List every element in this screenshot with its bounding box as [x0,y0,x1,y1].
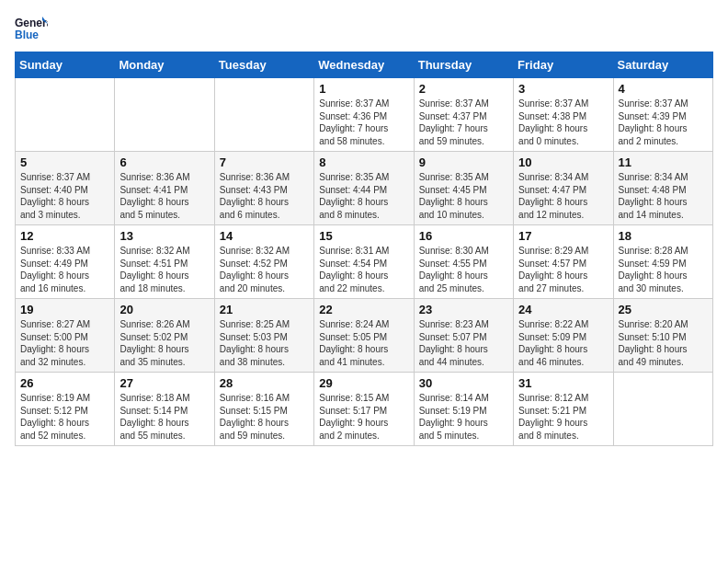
day-number: 21 [220,303,309,316]
day-number: 14 [220,229,309,243]
day-number: 15 [319,229,408,243]
calendar-table: SundayMondayTuesdayWednesdayThursdayFrid… [15,52,713,446]
calendar-cell: 26Sunrise: 8:19 AM Sunset: 5:12 PM Dayli… [16,373,115,446]
day-number: 29 [319,376,408,390]
day-of-week-header: Saturday [613,52,712,78]
calendar-cell: 27Sunrise: 8:18 AM Sunset: 5:14 PM Dayli… [115,373,214,446]
calendar-body: 1Sunrise: 8:37 AM Sunset: 4:36 PM Daylig… [16,78,713,446]
day-info: Sunrise: 8:32 AM Sunset: 4:51 PM Dayligh… [119,245,209,294]
calendar-cell: 17Sunrise: 8:29 AM Sunset: 4:57 PM Dayli… [514,225,613,299]
day-number: 3 [518,82,608,96]
day-number: 16 [419,229,508,243]
calendar-cell: 21Sunrise: 8:25 AM Sunset: 5:03 PM Dayli… [214,299,313,373]
calendar-week-row: 26Sunrise: 8:19 AM Sunset: 5:12 PM Dayli… [16,373,713,446]
calendar-cell: 31Sunrise: 8:12 AM Sunset: 5:21 PM Dayli… [514,373,613,446]
day-of-week-header: Thursday [414,52,513,78]
day-info: Sunrise: 8:30 AM Sunset: 4:55 PM Dayligh… [419,245,508,294]
logo: General Blue [15,15,48,40]
day-number: 12 [20,229,109,243]
calendar-cell: 11Sunrise: 8:34 AM Sunset: 4:48 PM Dayli… [613,152,712,225]
day-info: Sunrise: 8:16 AM Sunset: 5:15 PM Dayligh… [220,392,309,442]
calendar-cell: 1Sunrise: 8:37 AM Sunset: 4:36 PM Daylig… [314,78,414,152]
calendar-cell: 20Sunrise: 8:26 AM Sunset: 5:02 PM Dayli… [115,299,214,373]
calendar-cell: 5Sunrise: 8:37 AM Sunset: 4:40 PM Daylig… [16,152,115,225]
day-number: 8 [319,155,408,169]
calendar-cell [214,78,313,152]
calendar-cell: 13Sunrise: 8:32 AM Sunset: 4:51 PM Dayli… [115,225,214,299]
day-number: 10 [518,155,608,169]
calendar-cell: 30Sunrise: 8:14 AM Sunset: 5:19 PM Dayli… [414,373,513,446]
day-number: 31 [518,376,608,390]
calendar-cell [16,78,115,152]
day-info: Sunrise: 8:35 AM Sunset: 4:45 PM Dayligh… [419,171,508,221]
day-of-week-header: Friday [514,52,613,78]
calendar-week-row: 1Sunrise: 8:37 AM Sunset: 4:36 PM Daylig… [16,78,713,152]
day-info: Sunrise: 8:25 AM Sunset: 5:03 PM Dayligh… [220,318,309,368]
day-info: Sunrise: 8:22 AM Sunset: 5:09 PM Dayligh… [518,318,608,368]
calendar-cell: 19Sunrise: 8:27 AM Sunset: 5:00 PM Dayli… [16,299,115,373]
day-number: 24 [518,303,608,316]
calendar-cell: 29Sunrise: 8:15 AM Sunset: 5:17 PM Dayli… [314,373,414,446]
day-number: 6 [119,155,209,169]
calendar-cell: 6Sunrise: 8:36 AM Sunset: 4:41 PM Daylig… [115,152,214,225]
day-number: 20 [119,303,209,316]
day-of-week-header: Sunday [16,52,115,78]
calendar-cell: 16Sunrise: 8:30 AM Sunset: 4:55 PM Dayli… [414,225,513,299]
day-info: Sunrise: 8:37 AM Sunset: 4:40 PM Dayligh… [20,171,109,221]
day-number: 13 [119,229,209,243]
day-number: 4 [619,82,708,96]
calendar-cell: 15Sunrise: 8:31 AM Sunset: 4:54 PM Dayli… [314,225,414,299]
calendar-cell: 22Sunrise: 8:24 AM Sunset: 5:05 PM Dayli… [314,299,414,373]
day-of-week-header: Tuesday [214,52,313,78]
day-number: 7 [220,155,309,169]
day-info: Sunrise: 8:20 AM Sunset: 5:10 PM Dayligh… [619,318,708,368]
day-number: 30 [419,376,508,390]
calendar-cell: 8Sunrise: 8:35 AM Sunset: 4:44 PM Daylig… [314,152,414,225]
day-info: Sunrise: 8:32 AM Sunset: 4:52 PM Dayligh… [220,245,309,294]
day-of-week-header: Wednesday [314,52,414,78]
calendar-cell [115,78,214,152]
calendar-cell: 10Sunrise: 8:34 AM Sunset: 4:47 PM Dayli… [514,152,613,225]
day-info: Sunrise: 8:37 AM Sunset: 4:37 PM Dayligh… [419,98,508,147]
calendar-cell: 18Sunrise: 8:28 AM Sunset: 4:59 PM Dayli… [613,225,712,299]
calendar-cell: 25Sunrise: 8:20 AM Sunset: 5:10 PM Dayli… [613,299,712,373]
calendar-cell: 23Sunrise: 8:23 AM Sunset: 5:07 PM Dayli… [414,299,513,373]
days-of-week-row: SundayMondayTuesdayWednesdayThursdayFrid… [16,52,713,78]
day-number: 9 [419,155,508,169]
day-number: 25 [619,303,708,316]
logo-icon: General Blue [15,15,48,40]
day-number: 11 [619,155,708,169]
day-of-week-header: Monday [115,52,214,78]
day-info: Sunrise: 8:31 AM Sunset: 4:54 PM Dayligh… [319,245,408,294]
calendar-cell: 7Sunrise: 8:36 AM Sunset: 4:43 PM Daylig… [214,152,313,225]
svg-text:Blue: Blue [15,29,39,40]
day-info: Sunrise: 8:37 AM Sunset: 4:39 PM Dayligh… [619,98,708,147]
calendar-cell: 28Sunrise: 8:16 AM Sunset: 5:15 PM Dayli… [214,373,313,446]
day-info: Sunrise: 8:23 AM Sunset: 5:07 PM Dayligh… [419,318,508,368]
day-info: Sunrise: 8:28 AM Sunset: 4:59 PM Dayligh… [619,245,708,294]
day-number: 17 [518,229,608,243]
day-number: 5 [20,155,109,169]
calendar-cell: 24Sunrise: 8:22 AM Sunset: 5:09 PM Dayli… [514,299,613,373]
day-info: Sunrise: 8:34 AM Sunset: 4:47 PM Dayligh… [518,171,608,221]
calendar-cell: 12Sunrise: 8:33 AM Sunset: 4:49 PM Dayli… [16,225,115,299]
day-info: Sunrise: 8:12 AM Sunset: 5:21 PM Dayligh… [518,392,608,442]
day-info: Sunrise: 8:19 AM Sunset: 5:12 PM Dayligh… [20,392,109,442]
day-number: 26 [20,376,109,390]
day-number: 27 [119,376,209,390]
calendar-week-row: 5Sunrise: 8:37 AM Sunset: 4:40 PM Daylig… [16,152,713,225]
day-info: Sunrise: 8:18 AM Sunset: 5:14 PM Dayligh… [119,392,209,442]
day-info: Sunrise: 8:36 AM Sunset: 4:41 PM Dayligh… [119,171,209,221]
day-number: 1 [319,82,408,96]
calendar-cell [613,373,712,446]
calendar-cell: 3Sunrise: 8:37 AM Sunset: 4:38 PM Daylig… [514,78,613,152]
day-info: Sunrise: 8:37 AM Sunset: 4:36 PM Dayligh… [319,98,408,147]
calendar-week-row: 12Sunrise: 8:33 AM Sunset: 4:49 PM Dayli… [16,225,713,299]
day-number: 19 [20,303,109,316]
day-info: Sunrise: 8:27 AM Sunset: 5:00 PM Dayligh… [20,318,109,368]
day-number: 18 [619,229,708,243]
calendar-cell: 9Sunrise: 8:35 AM Sunset: 4:45 PM Daylig… [414,152,513,225]
calendar-cell: 14Sunrise: 8:32 AM Sunset: 4:52 PM Dayli… [214,225,313,299]
day-info: Sunrise: 8:36 AM Sunset: 4:43 PM Dayligh… [220,171,309,221]
page-header: General Blue [15,15,713,40]
